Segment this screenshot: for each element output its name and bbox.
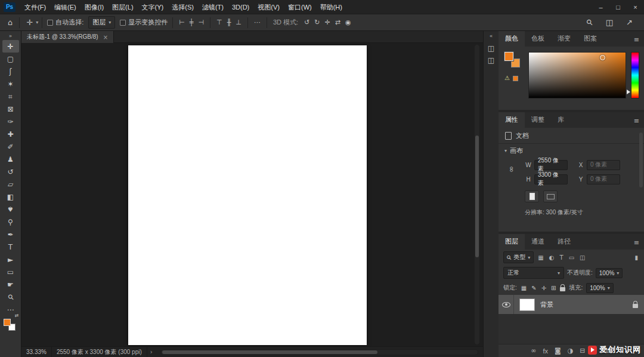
dodge-tool-button[interactable]: ⚲ [2,216,19,228]
expand-panels-icon[interactable]: « [490,31,493,42]
minimize-button[interactable]: – [592,0,609,14]
align-right-icon[interactable]: ⊣ [196,19,206,26]
canvas-section-header[interactable]: ▾ 画布 [499,144,644,158]
type-tool-button[interactable]: T [2,241,19,253]
current-tool-icon[interactable]: ✛ [23,18,36,27]
tab-adjustments[interactable]: 调整 [525,112,551,128]
filter-toggle-icon[interactable]: ▮ [633,254,639,261]
eyedropper-tool-button[interactable]: ✑ [2,115,19,128]
tab-channels[interactable]: 通道 [525,234,551,250]
orientation-portrait-button[interactable] [525,190,539,202]
tab-paths[interactable]: 路径 [551,234,577,250]
maximize-button[interactable]: □ [609,0,627,14]
filter-type-layers-icon[interactable]: T [559,254,565,261]
move-tool-button[interactable]: ✛ [2,40,19,53]
rectangular-marquee-tool-button[interactable]: ▢ [2,53,19,65]
horizontal-scrollbar-thumb[interactable] [162,350,377,354]
new-adjustment-layer-icon[interactable]: ◑ [568,347,574,355]
lock-position-icon[interactable]: ✛ [541,285,547,291]
lasso-tool-button[interactable]: ʃ [2,65,19,78]
layer-style-fx-icon[interactable]: fx [543,347,548,355]
tab-swatches[interactable]: 色板 [525,31,551,47]
menu-image[interactable]: 图像(I) [80,0,108,14]
layer-visibility-cell[interactable] [499,295,514,314]
hue-slider-marker[interactable] [627,90,630,94]
menu-3d[interactable]: 3D(D) [228,0,253,14]
collapsed-panel-icon[interactable]: ◫ [488,54,494,66]
lock-pixels-icon[interactable]: ✎ [531,285,537,291]
zoom-level-field[interactable]: 33.33% [21,349,51,355]
filter-shape-layers-icon[interactable]: ▭ [568,254,575,261]
canvas[interactable] [128,45,367,345]
align-left-icon[interactable]: ⊢ [177,19,187,26]
tab-properties[interactable]: 属性 [499,112,525,128]
lock-transparency-icon[interactable]: ▦ [521,285,527,291]
hue-slider[interactable] [631,52,639,99]
gamut-warning-icon[interactable]: ⚠ [504,75,510,81]
share-icon[interactable]: ↗ [623,18,636,27]
filter-pixel-layers-icon[interactable]: ▦ [537,254,544,261]
collapsed-panel-icon[interactable]: ◫ [488,42,494,54]
filter-smart-objects-icon[interactable]: ◫ [578,254,586,261]
layer-row-background[interactable]: 背景 [499,295,644,314]
auto-select-target-dropdown[interactable]: 图层 ▾ [88,16,115,29]
clone-stamp-tool-button[interactable]: ♟ [2,153,19,165]
search-icon[interactable]: ⚲ [583,15,597,29]
3d-pan-icon[interactable]: ✛ [323,19,333,26]
align-middle-vertical-icon[interactable]: ╫ [225,19,234,26]
toolbar-expand-icon[interactable]: » [9,31,13,40]
align-top-icon[interactable]: ⊤ [214,19,225,26]
filter-adjustment-layers-icon[interactable]: ◐ [548,254,556,261]
eraser-tool-button[interactable]: ▱ [2,178,19,190]
menu-type[interactable]: 文字(Y) [138,0,168,14]
opacity-dropdown[interactable]: 100% ▾ [596,268,623,278]
foreground-color-swatch[interactable] [504,52,513,61]
menu-view[interactable]: 视图(V) [253,0,284,14]
panel-menu-icon[interactable]: ≡ [629,117,644,128]
gradient-tool-button[interactable]: ◧ [2,190,19,203]
3d-orbit-icon[interactable]: ↺ [302,19,312,26]
frame-tool-button[interactable]: ⊠ [2,103,19,115]
more-align-options-icon[interactable]: ⋯ [252,19,263,26]
vertical-scrollbar-thumb[interactable] [475,136,479,257]
brush-tool-button[interactable]: ✐ [2,140,19,153]
layer-lock-icon[interactable] [633,304,638,308]
color-picker-circle-icon[interactable] [600,55,605,60]
workspace-switcher-icon[interactable]: ◫ [603,18,616,27]
status-options-chevron-icon[interactable]: › [147,349,156,355]
history-brush-tool-button[interactable]: ↺ [2,165,19,178]
menu-window[interactable]: 窗口(W) [284,0,316,14]
close-button[interactable]: × [627,0,644,14]
swap-colors-icon[interactable]: ⇄ [15,313,19,318]
horizontal-scrollbar[interactable] [160,349,478,355]
y-field[interactable]: 0 像素 [587,174,620,184]
blend-mode-dropdown[interactable]: 正常 ▾ [503,267,564,279]
path-selection-tool-button[interactable]: ► [2,253,19,266]
menu-edit[interactable]: 编辑(E) [50,0,80,14]
rectangle-tool-button[interactable]: ▭ [2,266,19,278]
menu-file[interactable]: 文件(F) [20,0,50,14]
align-bottom-icon[interactable]: ⊥ [233,19,244,26]
blur-tool-button[interactable]: ♠ [2,203,19,216]
show-transform-checkbox[interactable] [120,20,126,26]
foreground-color-swatch[interactable] [4,319,11,326]
link-layers-icon[interactable]: ∞ [531,347,536,355]
tab-color[interactable]: 颜色 [499,31,525,47]
menu-help[interactable]: 帮助(H) [316,0,346,14]
auto-select-checkbox[interactable] [47,20,53,26]
tab-layers[interactable]: 图层 [499,234,525,250]
menu-layer[interactable]: 图层(L) [108,0,137,14]
tab-libraries[interactable]: 库 [551,112,571,128]
tab-close-icon[interactable]: × [103,34,108,41]
link-dimensions-icon[interactable]: ∞ [507,166,516,173]
x-field[interactable]: 0 像素 [587,160,620,170]
panel-menu-icon[interactable]: ≡ [629,239,644,250]
3d-camera-icon[interactable]: ◉ [343,19,354,26]
tool-preset-caret-icon[interactable]: ▾ [36,20,38,25]
pen-tool-button[interactable]: ✒ [2,228,19,241]
layer-thumbnail[interactable] [519,298,535,311]
add-layer-mask-icon[interactable]: ◙ [555,347,561,355]
menu-filter[interactable]: 滤镜(T) [198,0,228,14]
height-field[interactable]: 3300 像素 [534,174,568,184]
tab-gradients[interactable]: 渐变 [551,31,577,47]
